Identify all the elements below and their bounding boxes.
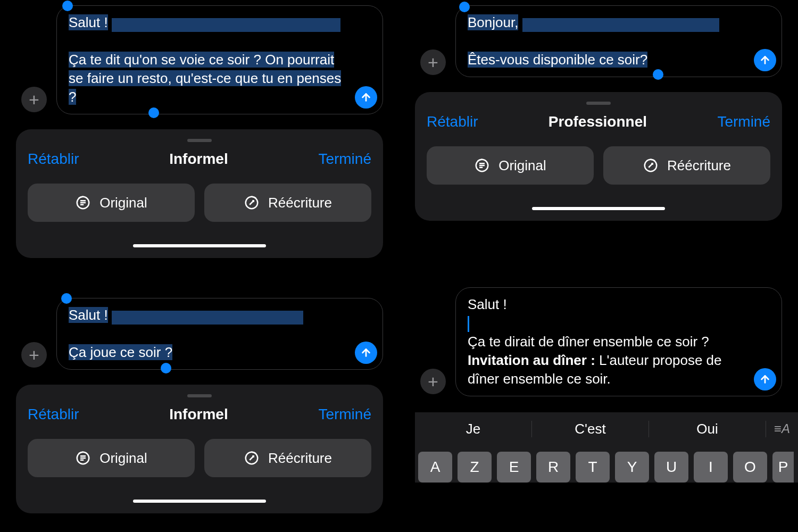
selection-handle-end[interactable] (653, 69, 663, 80)
suggestion-1[interactable]: Je (415, 421, 532, 437)
compose-row: + Bonjour, Êtes-vous disponible ce soir? (420, 5, 782, 77)
add-button[interactable]: + (21, 87, 47, 112)
sel-pad (522, 18, 719, 32)
panel-header: Rétablir Professionnel Terminé (427, 113, 770, 130)
add-button[interactable]: + (420, 369, 446, 394)
done-link[interactable]: Terminé (717, 113, 770, 130)
original-icon (474, 157, 490, 173)
message-bubble[interactable]: Salut ! Ça joue ce soir ? (56, 298, 383, 370)
original-icon (75, 450, 91, 466)
restore-link[interactable]: Rétablir (28, 151, 79, 168)
summary-label: Invitation au dîner : (468, 352, 595, 368)
rewrite-icon (643, 157, 659, 173)
original-label: Original (99, 450, 147, 467)
send-button[interactable] (754, 368, 776, 390)
rewrite-panel: Rétablir Informel Terminé Original Réécr… (16, 129, 383, 258)
original-label: Original (99, 195, 147, 211)
message-text-line2: Ça te dit qu'on se voie ce soir ? On pou… (69, 52, 341, 105)
done-link[interactable]: Terminé (318, 151, 371, 168)
variant-informel-long: + Salut ! Ça te dit qu'on se voie ce soi… (0, 0, 399, 266)
sel-pad (112, 18, 340, 32)
variant-summary-keyboard: + Salut ! Ça te dirait de dîner ensemble… (399, 266, 798, 532)
key-t[interactable]: T (576, 452, 610, 483)
panel-button-row: Original Réécriture (28, 184, 371, 222)
arrow-up-icon (759, 373, 771, 385)
key-o[interactable]: O (733, 452, 767, 483)
key-u[interactable]: U (654, 452, 688, 483)
arrow-up-icon (759, 54, 771, 66)
panel-grabber[interactable] (586, 102, 611, 105)
plus-icon: + (29, 89, 39, 110)
rewrite-button[interactable]: Réécriture (204, 184, 371, 222)
panel-header: Rétablir Informel Terminé (28, 151, 371, 168)
send-button[interactable] (754, 49, 776, 71)
panel-button-row: Original Réécriture (427, 146, 770, 185)
plus-icon: + (29, 345, 39, 365)
send-button[interactable] (355, 342, 377, 364)
variant-informel-short: + Salut ! Ça joue ce soir ? Rétablir Inf… (0, 266, 399, 532)
message-text-line1: Bonjour, (468, 14, 518, 30)
arrow-up-icon (360, 92, 372, 103)
selection-handle-start[interactable] (61, 293, 72, 304)
key-p[interactable]: P (772, 452, 794, 483)
done-link[interactable]: Terminé (318, 406, 371, 423)
variant-professionnel: + Bonjour, Êtes-vous disponible ce soir?… (399, 0, 798, 266)
restore-link[interactable]: Rétablir (28, 406, 79, 423)
compose-row: + Salut ! Ça te dit qu'on se voie ce soi… (21, 5, 383, 114)
original-button[interactable]: Original (28, 439, 195, 477)
home-indicator (133, 500, 266, 503)
plus-icon: + (428, 371, 438, 392)
home-indicator (532, 207, 665, 210)
keyboard: Je C'est Oui ≡A A Z E R T Y U I O P (415, 412, 798, 483)
message-text-line2: Ça te dirait de dîner ensemble ce soir ? (468, 334, 709, 350)
key-a[interactable]: A (418, 452, 452, 483)
rewrite-icon (244, 450, 260, 466)
suggestion-2[interactable]: C'est (532, 421, 649, 437)
format-toggle-icon[interactable]: ≡A (766, 421, 798, 436)
message-bubble[interactable]: Bonjour, Êtes-vous disponible ce soir? (455, 5, 782, 77)
keyboard-row-1: A Z E R T Y U I O P (415, 445, 798, 483)
send-button[interactable] (355, 86, 377, 109)
original-button[interactable]: Original (28, 184, 195, 222)
panel-title: Professionnel (548, 113, 647, 130)
compose-row: + Salut ! Ça te dirait de dîner ensemble… (420, 287, 782, 396)
rewrite-button[interactable]: Réécriture (603, 146, 770, 185)
rewrite-label: Réécriture (268, 195, 332, 211)
original-icon (75, 195, 91, 211)
panel-button-row: Original Réécriture (28, 439, 371, 477)
key-z[interactable]: Z (458, 452, 492, 483)
home-indicator (133, 244, 266, 247)
selection-handle-end[interactable] (161, 363, 171, 373)
suggestion-3[interactable]: Oui (649, 421, 766, 437)
restore-link[interactable]: Rétablir (427, 113, 478, 130)
message-bubble[interactable]: Salut ! Ça te dirait de dîner ensemble c… (455, 287, 782, 396)
message-text-line1: Salut ! (69, 14, 108, 30)
selection-handle-end[interactable] (148, 107, 159, 118)
message-text-line2: Êtes-vous disponible ce soir? (468, 52, 647, 68)
panel-grabber[interactable] (187, 394, 212, 397)
original-label: Original (498, 157, 546, 174)
selection-handle-start[interactable] (459, 2, 470, 12)
suggestion-row: Je C'est Oui ≡A (415, 412, 798, 445)
message-text-line2: Ça joue ce soir ? (69, 344, 172, 360)
original-button[interactable]: Original (427, 146, 594, 185)
key-e[interactable]: E (497, 452, 531, 483)
panel-grabber[interactable] (187, 139, 212, 142)
text-cursor (468, 316, 469, 332)
rewrite-panel: Rétablir Informel Terminé Original Réécr… (16, 385, 383, 513)
add-button[interactable]: + (21, 342, 47, 368)
rewrite-icon (244, 195, 260, 211)
rewrite-label: Réécriture (667, 157, 731, 174)
panel-title: Informel (169, 151, 228, 168)
key-r[interactable]: R (536, 452, 570, 483)
key-i[interactable]: I (694, 452, 728, 483)
key-y[interactable]: Y (615, 452, 649, 483)
selection-handle-start[interactable] (62, 1, 73, 11)
arrow-up-icon (360, 347, 372, 359)
compose-row: + Salut ! Ça joue ce soir ? (21, 298, 383, 370)
rewrite-panel: Rétablir Professionnel Terminé Original … (415, 92, 782, 221)
add-button[interactable]: + (420, 49, 446, 75)
message-text-line1: Salut ! (468, 296, 507, 312)
message-bubble[interactable]: Salut ! Ça te dit qu'on se voie ce soir … (56, 5, 383, 114)
rewrite-button[interactable]: Réécriture (204, 439, 371, 477)
